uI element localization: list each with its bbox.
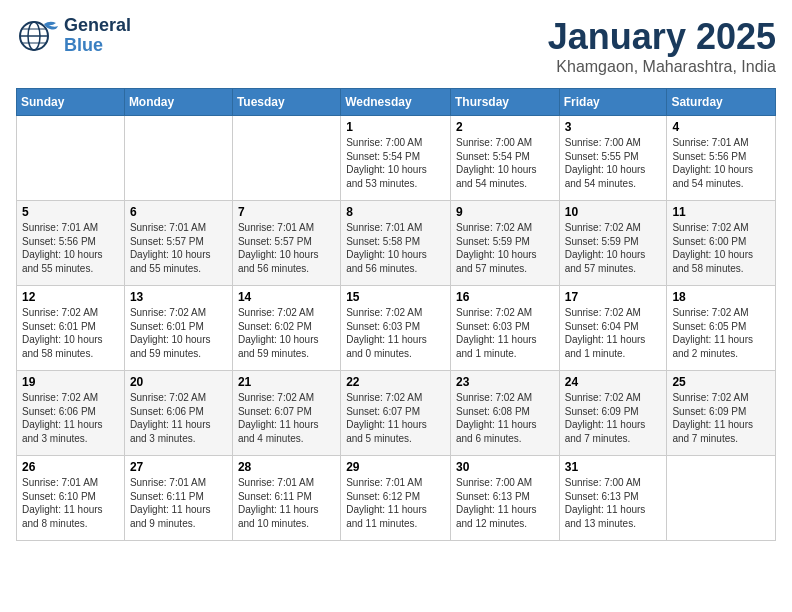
calendar-cell: 3Sunrise: 7:00 AMSunset: 5:55 PMDaylight… — [559, 116, 667, 201]
calendar-cell: 18Sunrise: 7:02 AMSunset: 6:05 PMDayligh… — [667, 286, 776, 371]
calendar-cell: 25Sunrise: 7:02 AMSunset: 6:09 PMDayligh… — [667, 371, 776, 456]
day-info: Sunrise: 7:01 AMSunset: 5:56 PMDaylight:… — [672, 136, 770, 190]
calendar-cell: 17Sunrise: 7:02 AMSunset: 6:04 PMDayligh… — [559, 286, 667, 371]
weekday-header-thursday: Thursday — [450, 89, 559, 116]
weekday-header-monday: Monday — [124, 89, 232, 116]
day-info: Sunrise: 7:02 AMSunset: 6:09 PMDaylight:… — [565, 391, 662, 445]
calendar-cell: 10Sunrise: 7:02 AMSunset: 5:59 PMDayligh… — [559, 201, 667, 286]
calendar-cell: 8Sunrise: 7:01 AMSunset: 5:58 PMDaylight… — [341, 201, 451, 286]
calendar-cell — [667, 456, 776, 541]
day-info: Sunrise: 7:02 AMSunset: 6:08 PMDaylight:… — [456, 391, 554, 445]
calendar-cell — [232, 116, 340, 201]
week-row-1: 1Sunrise: 7:00 AMSunset: 5:54 PMDaylight… — [17, 116, 776, 201]
day-info: Sunrise: 7:02 AMSunset: 6:03 PMDaylight:… — [346, 306, 445, 360]
day-number: 3 — [565, 120, 662, 134]
day-number: 17 — [565, 290, 662, 304]
day-info: Sunrise: 7:02 AMSunset: 6:02 PMDaylight:… — [238, 306, 335, 360]
day-number: 25 — [672, 375, 770, 389]
day-info: Sunrise: 7:00 AMSunset: 5:54 PMDaylight:… — [456, 136, 554, 190]
day-info: Sunrise: 7:02 AMSunset: 6:00 PMDaylight:… — [672, 221, 770, 275]
day-number: 2 — [456, 120, 554, 134]
day-info: Sunrise: 7:02 AMSunset: 6:06 PMDaylight:… — [22, 391, 119, 445]
day-info: Sunrise: 7:01 AMSunset: 5:58 PMDaylight:… — [346, 221, 445, 275]
day-number: 12 — [22, 290, 119, 304]
day-info: Sunrise: 7:02 AMSunset: 6:05 PMDaylight:… — [672, 306, 770, 360]
day-number: 13 — [130, 290, 227, 304]
day-info: Sunrise: 7:00 AMSunset: 5:55 PMDaylight:… — [565, 136, 662, 190]
calendar-cell: 30Sunrise: 7:00 AMSunset: 6:13 PMDayligh… — [450, 456, 559, 541]
calendar-cell: 29Sunrise: 7:01 AMSunset: 6:12 PMDayligh… — [341, 456, 451, 541]
calendar-cell: 19Sunrise: 7:02 AMSunset: 6:06 PMDayligh… — [17, 371, 125, 456]
week-row-2: 5Sunrise: 7:01 AMSunset: 5:56 PMDaylight… — [17, 201, 776, 286]
day-info: Sunrise: 7:01 AMSunset: 5:56 PMDaylight:… — [22, 221, 119, 275]
day-info: Sunrise: 7:01 AMSunset: 6:11 PMDaylight:… — [238, 476, 335, 530]
logo-general: General — [64, 16, 131, 36]
day-number: 23 — [456, 375, 554, 389]
calendar-cell: 11Sunrise: 7:02 AMSunset: 6:00 PMDayligh… — [667, 201, 776, 286]
day-number: 30 — [456, 460, 554, 474]
logo-blue: Blue — [64, 36, 131, 56]
day-number: 28 — [238, 460, 335, 474]
weekday-header-sunday: Sunday — [17, 89, 125, 116]
day-number: 4 — [672, 120, 770, 134]
day-number: 19 — [22, 375, 119, 389]
day-number: 11 — [672, 205, 770, 219]
calendar-cell — [17, 116, 125, 201]
weekday-header-row: SundayMondayTuesdayWednesdayThursdayFrid… — [17, 89, 776, 116]
day-number: 22 — [346, 375, 445, 389]
day-info: Sunrise: 7:02 AMSunset: 6:04 PMDaylight:… — [565, 306, 662, 360]
calendar-cell: 20Sunrise: 7:02 AMSunset: 6:06 PMDayligh… — [124, 371, 232, 456]
calendar-cell: 15Sunrise: 7:02 AMSunset: 6:03 PMDayligh… — [341, 286, 451, 371]
day-info: Sunrise: 7:02 AMSunset: 6:01 PMDaylight:… — [22, 306, 119, 360]
page-header: General Blue January 2025 Khamgaon, Maha… — [16, 16, 776, 76]
calendar-cell: 5Sunrise: 7:01 AMSunset: 5:56 PMDaylight… — [17, 201, 125, 286]
logo-icon — [16, 18, 60, 54]
day-info: Sunrise: 7:02 AMSunset: 6:06 PMDaylight:… — [130, 391, 227, 445]
day-number: 24 — [565, 375, 662, 389]
title-section: January 2025 Khamgaon, Maharashtra, Indi… — [548, 16, 776, 76]
day-info: Sunrise: 7:02 AMSunset: 6:03 PMDaylight:… — [456, 306, 554, 360]
day-info: Sunrise: 7:01 AMSunset: 6:12 PMDaylight:… — [346, 476, 445, 530]
day-info: Sunrise: 7:00 AMSunset: 6:13 PMDaylight:… — [565, 476, 662, 530]
day-info: Sunrise: 7:00 AMSunset: 6:13 PMDaylight:… — [456, 476, 554, 530]
logo: General Blue — [16, 16, 131, 56]
calendar-cell: 14Sunrise: 7:02 AMSunset: 6:02 PMDayligh… — [232, 286, 340, 371]
weekday-header-friday: Friday — [559, 89, 667, 116]
day-info: Sunrise: 7:02 AMSunset: 6:07 PMDaylight:… — [346, 391, 445, 445]
week-row-5: 26Sunrise: 7:01 AMSunset: 6:10 PMDayligh… — [17, 456, 776, 541]
day-info: Sunrise: 7:02 AMSunset: 6:09 PMDaylight:… — [672, 391, 770, 445]
day-number: 7 — [238, 205, 335, 219]
day-number: 26 — [22, 460, 119, 474]
day-number: 8 — [346, 205, 445, 219]
day-number: 5 — [22, 205, 119, 219]
calendar-cell: 21Sunrise: 7:02 AMSunset: 6:07 PMDayligh… — [232, 371, 340, 456]
calendar-cell: 9Sunrise: 7:02 AMSunset: 5:59 PMDaylight… — [450, 201, 559, 286]
day-number: 29 — [346, 460, 445, 474]
weekday-header-wednesday: Wednesday — [341, 89, 451, 116]
calendar-cell: 26Sunrise: 7:01 AMSunset: 6:10 PMDayligh… — [17, 456, 125, 541]
weekday-header-tuesday: Tuesday — [232, 89, 340, 116]
calendar-cell: 7Sunrise: 7:01 AMSunset: 5:57 PMDaylight… — [232, 201, 340, 286]
day-info: Sunrise: 7:02 AMSunset: 5:59 PMDaylight:… — [565, 221, 662, 275]
day-info: Sunrise: 7:01 AMSunset: 6:10 PMDaylight:… — [22, 476, 119, 530]
calendar-cell: 13Sunrise: 7:02 AMSunset: 6:01 PMDayligh… — [124, 286, 232, 371]
calendar-cell: 22Sunrise: 7:02 AMSunset: 6:07 PMDayligh… — [341, 371, 451, 456]
week-row-4: 19Sunrise: 7:02 AMSunset: 6:06 PMDayligh… — [17, 371, 776, 456]
day-number: 18 — [672, 290, 770, 304]
calendar-cell: 12Sunrise: 7:02 AMSunset: 6:01 PMDayligh… — [17, 286, 125, 371]
day-info: Sunrise: 7:02 AMSunset: 6:07 PMDaylight:… — [238, 391, 335, 445]
calendar-subtitle: Khamgaon, Maharashtra, India — [548, 58, 776, 76]
day-number: 1 — [346, 120, 445, 134]
day-number: 21 — [238, 375, 335, 389]
calendar-cell: 24Sunrise: 7:02 AMSunset: 6:09 PMDayligh… — [559, 371, 667, 456]
day-number: 15 — [346, 290, 445, 304]
day-info: Sunrise: 7:01 AMSunset: 5:57 PMDaylight:… — [238, 221, 335, 275]
calendar-cell: 4Sunrise: 7:01 AMSunset: 5:56 PMDaylight… — [667, 116, 776, 201]
day-number: 6 — [130, 205, 227, 219]
calendar-cell: 6Sunrise: 7:01 AMSunset: 5:57 PMDaylight… — [124, 201, 232, 286]
weekday-header-saturday: Saturday — [667, 89, 776, 116]
day-number: 14 — [238, 290, 335, 304]
calendar-cell: 2Sunrise: 7:00 AMSunset: 5:54 PMDaylight… — [450, 116, 559, 201]
calendar-cell: 16Sunrise: 7:02 AMSunset: 6:03 PMDayligh… — [450, 286, 559, 371]
day-number: 10 — [565, 205, 662, 219]
